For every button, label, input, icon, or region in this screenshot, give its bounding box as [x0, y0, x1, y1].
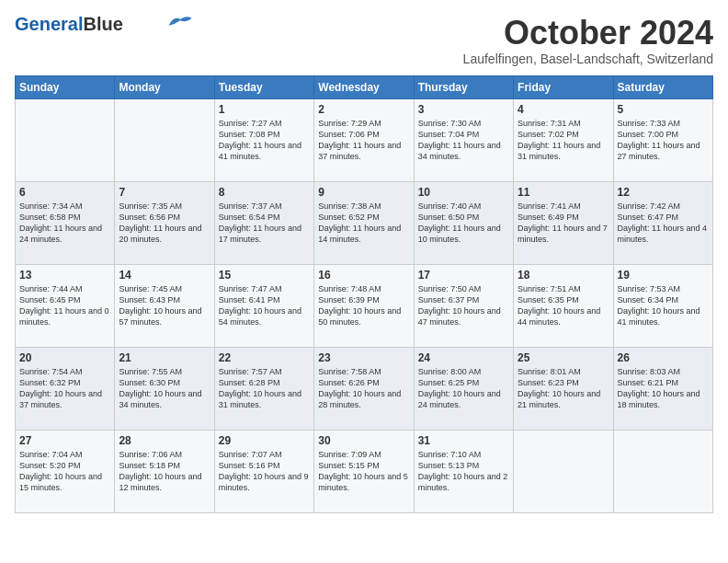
- day-info: Sunrise: 7:51 AM Sunset: 6:35 PM Dayligh…: [518, 283, 609, 328]
- day-number: 25: [518, 351, 609, 364]
- day-info: Sunrise: 7:09 AM Sunset: 5:15 PM Dayligh…: [318, 449, 409, 494]
- calendar-table: SundayMondayTuesdayWednesdayThursdayFrid…: [15, 75, 713, 513]
- header-day-thursday: Thursday: [414, 75, 513, 98]
- calendar-cell: [514, 430, 613, 512]
- calendar-cell: 16Sunrise: 7:48 AM Sunset: 6:39 PM Dayli…: [314, 264, 414, 347]
- day-number: 14: [119, 269, 210, 282]
- day-info: Sunrise: 7:04 AM Sunset: 5:20 PM Dayligh…: [19, 449, 110, 494]
- calendar-body: 1Sunrise: 7:27 AM Sunset: 7:08 PM Daylig…: [16, 98, 713, 512]
- calendar-cell: 2Sunrise: 7:29 AM Sunset: 7:06 PM Daylig…: [314, 98, 414, 181]
- day-number: 16: [318, 269, 409, 282]
- calendar-cell: 21Sunrise: 7:55 AM Sunset: 6:30 PM Dayli…: [115, 347, 214, 430]
- header-day-sunday: Sunday: [16, 75, 115, 98]
- calendar-header-row: SundayMondayTuesdayWednesdayThursdayFrid…: [16, 75, 713, 98]
- day-info: Sunrise: 7:30 AM Sunset: 7:04 PM Dayligh…: [418, 118, 509, 163]
- calendar-cell: 27Sunrise: 7:04 AM Sunset: 5:20 PM Dayli…: [16, 430, 115, 512]
- logo-text: GeneralBlue: [15, 15, 123, 33]
- day-number: 22: [219, 351, 310, 364]
- calendar-week-0: 1Sunrise: 7:27 AM Sunset: 7:08 PM Daylig…: [16, 98, 713, 181]
- calendar-cell: 24Sunrise: 8:00 AM Sunset: 6:25 PM Dayli…: [414, 347, 513, 430]
- day-info: Sunrise: 7:54 AM Sunset: 6:32 PM Dayligh…: [19, 366, 110, 411]
- day-info: Sunrise: 7:31 AM Sunset: 7:02 PM Dayligh…: [518, 118, 609, 163]
- day-info: Sunrise: 7:40 AM Sunset: 6:50 PM Dayligh…: [418, 201, 509, 246]
- day-number: 30: [318, 434, 409, 447]
- day-number: 6: [19, 186, 110, 199]
- day-info: Sunrise: 7:29 AM Sunset: 7:06 PM Dayligh…: [318, 118, 409, 163]
- title-block: October 2024 Laufelfingen, Basel-Landsch…: [463, 15, 713, 66]
- day-info: Sunrise: 7:48 AM Sunset: 6:39 PM Dayligh…: [318, 283, 409, 328]
- day-info: Sunrise: 7:50 AM Sunset: 6:37 PM Dayligh…: [418, 283, 509, 328]
- header-day-friday: Friday: [514, 75, 613, 98]
- calendar-cell: 8Sunrise: 7:37 AM Sunset: 6:54 PM Daylig…: [214, 181, 313, 264]
- day-number: 31: [418, 434, 509, 447]
- day-number: 1: [219, 103, 310, 116]
- calendar-cell: 23Sunrise: 7:58 AM Sunset: 6:26 PM Dayli…: [314, 347, 414, 430]
- calendar-cell: [115, 98, 214, 181]
- day-info: Sunrise: 7:58 AM Sunset: 6:26 PM Dayligh…: [318, 366, 409, 411]
- page-header: GeneralBlue October 2024 Laufelfingen, B…: [15, 15, 713, 66]
- day-number: 21: [119, 351, 210, 364]
- day-info: Sunrise: 7:42 AM Sunset: 6:47 PM Dayligh…: [618, 201, 709, 246]
- day-number: 3: [418, 103, 509, 116]
- day-number: 8: [219, 186, 310, 199]
- day-number: 12: [618, 186, 709, 199]
- day-number: 28: [119, 434, 210, 447]
- day-number: 27: [19, 434, 110, 447]
- day-number: 9: [318, 186, 409, 199]
- header-day-monday: Monday: [115, 75, 214, 98]
- calendar-header: SundayMondayTuesdayWednesdayThursdayFrid…: [16, 75, 713, 98]
- calendar-cell: 22Sunrise: 7:57 AM Sunset: 6:28 PM Dayli…: [214, 347, 313, 430]
- calendar-cell: 14Sunrise: 7:45 AM Sunset: 6:43 PM Dayli…: [115, 264, 214, 347]
- logo-bird-icon: [167, 14, 193, 30]
- day-info: Sunrise: 7:55 AM Sunset: 6:30 PM Dayligh…: [119, 366, 210, 411]
- day-info: Sunrise: 7:35 AM Sunset: 6:56 PM Dayligh…: [119, 201, 210, 246]
- calendar-cell: [613, 430, 712, 512]
- day-number: 17: [418, 269, 509, 282]
- calendar-week-3: 20Sunrise: 7:54 AM Sunset: 6:32 PM Dayli…: [16, 347, 713, 430]
- calendar-cell: 17Sunrise: 7:50 AM Sunset: 6:37 PM Dayli…: [414, 264, 513, 347]
- calendar-cell: 5Sunrise: 7:33 AM Sunset: 7:00 PM Daylig…: [613, 98, 712, 181]
- day-info: Sunrise: 7:41 AM Sunset: 6:49 PM Dayligh…: [518, 201, 609, 246]
- day-info: Sunrise: 7:06 AM Sunset: 5:18 PM Dayligh…: [119, 449, 210, 494]
- header-day-saturday: Saturday: [613, 75, 712, 98]
- day-number: 5: [618, 103, 709, 116]
- day-number: 29: [219, 434, 310, 447]
- calendar-week-2: 13Sunrise: 7:44 AM Sunset: 6:45 PM Dayli…: [16, 264, 713, 347]
- day-info: Sunrise: 7:34 AM Sunset: 6:58 PM Dayligh…: [19, 201, 110, 246]
- day-number: 11: [518, 186, 609, 199]
- calendar-cell: 29Sunrise: 7:07 AM Sunset: 5:16 PM Dayli…: [214, 430, 313, 512]
- calendar-cell: 13Sunrise: 7:44 AM Sunset: 6:45 PM Dayli…: [16, 264, 115, 347]
- day-number: 2: [318, 103, 409, 116]
- day-number: 23: [318, 351, 409, 364]
- calendar-cell: 28Sunrise: 7:06 AM Sunset: 5:18 PM Dayli…: [115, 430, 214, 512]
- day-info: Sunrise: 7:10 AM Sunset: 5:13 PM Dayligh…: [418, 449, 509, 494]
- day-number: 10: [418, 186, 509, 199]
- day-info: Sunrise: 8:03 AM Sunset: 6:21 PM Dayligh…: [618, 366, 709, 411]
- day-number: 18: [518, 269, 609, 282]
- day-number: 4: [518, 103, 609, 116]
- day-number: 15: [219, 269, 310, 282]
- calendar-cell: 4Sunrise: 7:31 AM Sunset: 7:02 PM Daylig…: [514, 98, 613, 181]
- logo: GeneralBlue: [15, 15, 193, 33]
- calendar-cell: 19Sunrise: 7:53 AM Sunset: 6:34 PM Dayli…: [613, 264, 712, 347]
- calendar-cell: 26Sunrise: 8:03 AM Sunset: 6:21 PM Dayli…: [613, 347, 712, 430]
- calendar-cell: 15Sunrise: 7:47 AM Sunset: 6:41 PM Dayli…: [214, 264, 313, 347]
- day-info: Sunrise: 7:07 AM Sunset: 5:16 PM Dayligh…: [219, 449, 310, 494]
- calendar-cell: 30Sunrise: 7:09 AM Sunset: 5:15 PM Dayli…: [314, 430, 414, 512]
- day-number: 26: [618, 351, 709, 364]
- month-year-title: October 2024: [463, 15, 713, 52]
- calendar-cell: 7Sunrise: 7:35 AM Sunset: 6:56 PM Daylig…: [115, 181, 214, 264]
- calendar-cell: 10Sunrise: 7:40 AM Sunset: 6:50 PM Dayli…: [414, 181, 513, 264]
- day-info: Sunrise: 8:00 AM Sunset: 6:25 PM Dayligh…: [418, 366, 509, 411]
- calendar-cell: 3Sunrise: 7:30 AM Sunset: 7:04 PM Daylig…: [414, 98, 513, 181]
- day-number: 24: [418, 351, 509, 364]
- calendar-cell: 12Sunrise: 7:42 AM Sunset: 6:47 PM Dayli…: [613, 181, 712, 264]
- day-info: Sunrise: 7:44 AM Sunset: 6:45 PM Dayligh…: [19, 283, 110, 328]
- day-info: Sunrise: 7:27 AM Sunset: 7:08 PM Dayligh…: [219, 118, 310, 163]
- day-info: Sunrise: 7:33 AM Sunset: 7:00 PM Dayligh…: [618, 118, 709, 163]
- calendar-cell: 9Sunrise: 7:38 AM Sunset: 6:52 PM Daylig…: [314, 181, 414, 264]
- day-info: Sunrise: 7:37 AM Sunset: 6:54 PM Dayligh…: [219, 201, 310, 246]
- day-info: Sunrise: 7:53 AM Sunset: 6:34 PM Dayligh…: [618, 283, 709, 328]
- day-info: Sunrise: 7:47 AM Sunset: 6:41 PM Dayligh…: [219, 283, 310, 328]
- calendar-cell: 31Sunrise: 7:10 AM Sunset: 5:13 PM Dayli…: [414, 430, 513, 512]
